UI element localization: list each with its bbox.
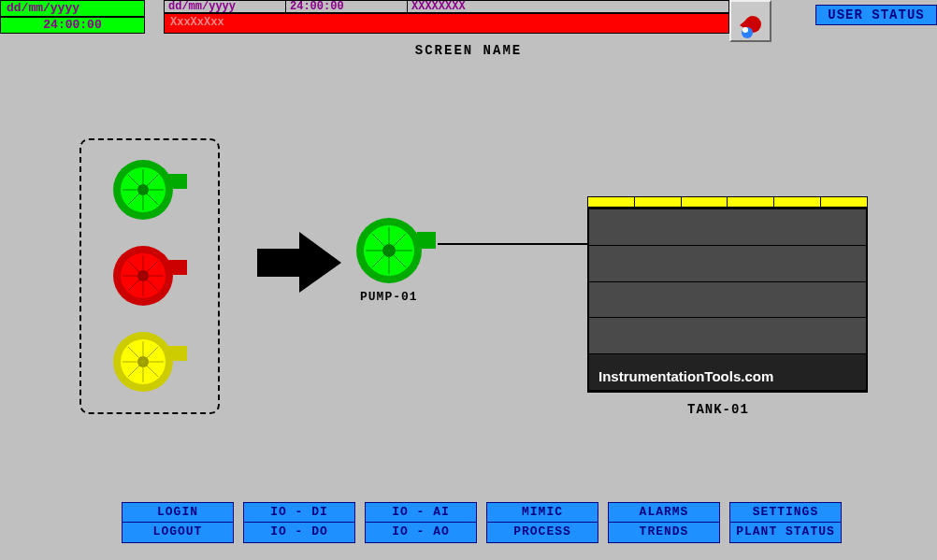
alarm-header: dd/mm/yyyy 24:00:00 XXXXXXXX — [164, 0, 729, 13]
pump-01-label: PUMP-01 — [360, 290, 418, 304]
svg-rect-33 — [417, 232, 436, 249]
svg-rect-15 — [168, 260, 187, 275]
user-status-button[interactable]: USER STATUS — [815, 5, 937, 25]
tank-01[interactable] — [587, 196, 868, 393]
megaphone-icon — [734, 5, 768, 38]
svg-rect-23 — [168, 346, 187, 361]
process-button[interactable]: PROCESS — [486, 523, 598, 543]
svg-point-3 — [742, 27, 748, 33]
mimic-button[interactable]: MIMIC — [486, 502, 598, 523]
system-date: dd/mm/yyyy — [0, 0, 145, 17]
pipe-pump-to-tank — [438, 243, 590, 245]
io-do-button[interactable]: IO - DO — [243, 523, 355, 543]
alarm-time: 24:00:00 — [286, 1, 408, 12]
pump-state-legend — [79, 138, 220, 414]
io-ao-button[interactable]: IO - AO — [365, 523, 477, 543]
alarm-icon-button[interactable] — [729, 0, 771, 42]
bottom-nav: LOGIN LOGOUT IO - DI IO - DO IO - AI IO … — [122, 502, 842, 543]
pump-icon-stopped — [110, 243, 190, 309]
pump-icon-running — [110, 157, 190, 223]
plant-status-button[interactable]: PLANT STATUS — [729, 523, 842, 543]
pump-icon-fault — [110, 329, 190, 395]
watermark-text: InstrumentationTools.com — [598, 368, 773, 384]
flow-arrow-icon — [257, 232, 341, 293]
tank-01-label: TANK-01 — [687, 402, 749, 417]
svg-marker-29 — [299, 232, 341, 293]
svg-rect-28 — [257, 249, 299, 277]
settings-button[interactable]: SETTINGS — [729, 502, 842, 523]
io-di-button[interactable]: IO - DI — [243, 502, 355, 523]
screen-title: SCREEN NAME — [0, 43, 937, 58]
login-button[interactable]: LOGIN — [122, 502, 234, 523]
alarms-button[interactable]: ALARMS — [608, 502, 720, 523]
tank-body — [587, 208, 868, 393]
tank-top-rail — [587, 196, 868, 208]
io-ai-button[interactable]: IO - AI — [365, 502, 477, 523]
alarm-code: XXXXXXXX — [408, 1, 728, 12]
svg-rect-7 — [168, 174, 187, 189]
logout-button[interactable]: LOGOUT — [122, 523, 234, 543]
alarm-date: dd/mm/yyyy — [165, 1, 286, 12]
system-time: 24:00:00 — [0, 17, 145, 34]
trends-button[interactable]: TRENDS — [608, 523, 720, 543]
alarm-banner[interactable]: XxxXxXxx — [164, 13, 729, 34]
pump-01[interactable] — [353, 215, 438, 285]
